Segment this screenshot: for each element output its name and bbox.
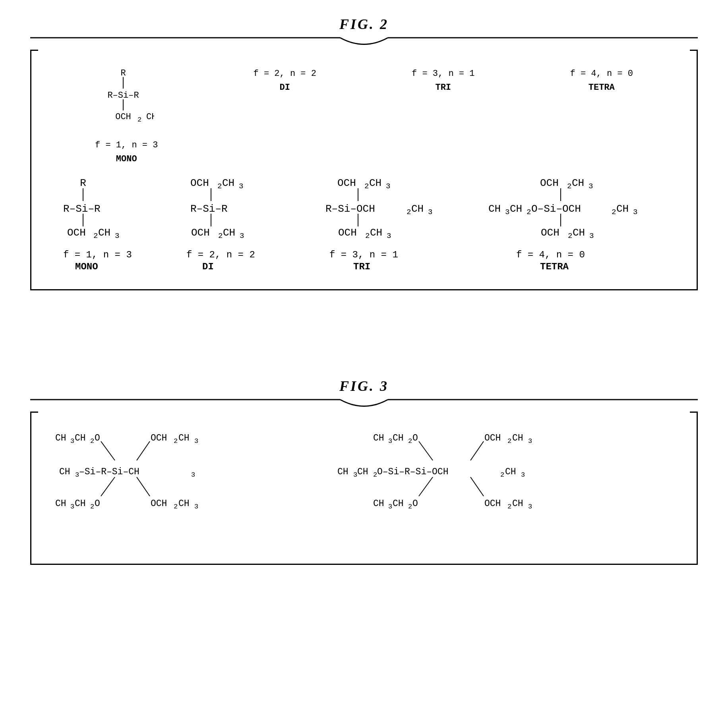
svg-text:CH: CH: [337, 467, 349, 477]
svg-text:3: 3: [240, 232, 244, 240]
fig2-bracket-box: R R–Si–R OCH 2 CH 3 f = 1, n = 3 MONO: [30, 51, 698, 290]
svg-text:f = 4, n = 0: f = 4, n = 0: [516, 249, 585, 260]
svg-text:OCH: OCH: [115, 112, 131, 122]
svg-text:2: 2: [408, 437, 412, 445]
svg-text:CH: CH: [411, 203, 424, 215]
svg-text:2: 2: [500, 471, 504, 479]
svg-text:2: 2: [90, 437, 94, 445]
svg-text:CH: CH: [512, 499, 523, 509]
svg-text:CH: CH: [55, 499, 66, 509]
svg-line-81: [137, 441, 150, 460]
svg-text:3: 3: [194, 503, 198, 510]
svg-line-107: [470, 441, 484, 460]
svg-text:3: 3: [70, 437, 74, 445]
fig3-title: FIG. 3: [339, 378, 389, 394]
svg-text:3: 3: [589, 182, 593, 191]
svg-text:CH: CH: [55, 433, 66, 443]
svg-line-86: [101, 477, 115, 496]
mono-label: f = 1, n = 3 MONO: [95, 138, 158, 166]
svg-text:CH: CH: [75, 499, 86, 509]
svg-text:2: 2: [568, 232, 572, 240]
svg-text:CH: CH: [223, 227, 235, 239]
svg-text:3: 3: [528, 503, 532, 510]
svg-text:OCH: OCH: [484, 499, 501, 509]
svg-text:2: 2: [174, 437, 178, 445]
svg-text:OCH: OCH: [67, 227, 86, 239]
svg-text:f = 2, n = 2: f = 2, n = 2: [186, 249, 255, 260]
svg-text:OCH: OCH: [151, 499, 167, 509]
svg-text:CH: CH: [393, 499, 404, 509]
svg-text:R–Si–R: R–Si–R: [190, 203, 228, 215]
tetra-label: f = 4, n = 0 TETRA: [570, 67, 633, 95]
svg-text:MONO: MONO: [75, 261, 98, 272]
svg-text:2: 2: [408, 503, 412, 510]
fig2-section: FIG. 2 R R–: [24, 16, 704, 290]
fig2-arch: [30, 37, 698, 51]
svg-text:CH: CH: [572, 177, 584, 189]
svg-line-116: [419, 477, 433, 496]
svg-text:OCH: OCH: [151, 433, 167, 443]
svg-text:2: 2: [174, 503, 178, 510]
svg-text:3: 3: [70, 503, 74, 510]
svg-text:OCH: OCH: [191, 227, 210, 239]
svg-text:CH: CH: [616, 203, 629, 215]
svg-text:O: O: [95, 499, 100, 509]
svg-text:O–Si–OCH: O–Si–OCH: [531, 203, 581, 215]
svg-text:CH: CH: [369, 177, 381, 189]
svg-text:R–Si–R: R–Si–R: [63, 203, 101, 215]
svg-text:3: 3: [428, 208, 432, 216]
svg-text:3: 3: [115, 232, 119, 240]
fig2-full-svg: R R–Si–R OCH 2 CH 3 f = 1, n = 3 MONO OC…: [39, 170, 691, 281]
svg-text:CH: CH: [370, 227, 382, 239]
svg-text:TRI: TRI: [353, 261, 370, 272]
svg-text:CH: CH: [505, 467, 516, 477]
svg-text:O: O: [412, 499, 418, 509]
svg-text:R: R: [121, 68, 126, 78]
svg-text:CH: CH: [59, 467, 70, 477]
di-structure: f = 2, n = 2 DI: [209, 67, 360, 95]
svg-text:CH: CH: [510, 203, 522, 215]
svg-text:2: 2: [364, 182, 369, 191]
svg-text:2: 2: [93, 232, 98, 240]
svg-text:OCH: OCH: [541, 227, 560, 239]
svg-text:R–Si–R: R–Si–R: [108, 91, 139, 100]
fig2-structures-row: R R–Si–R OCH 2 CH 3 f = 1, n = 3 MONO: [39, 59, 689, 170]
svg-text:2: 2: [507, 437, 511, 445]
svg-text:OCH: OCH: [484, 433, 501, 443]
di-label: f = 2, n = 2 DI: [254, 67, 316, 95]
svg-text:2: 2: [137, 116, 141, 124]
svg-text:3: 3: [194, 437, 198, 445]
svg-text:2: 2: [407, 208, 411, 216]
svg-text:–Si–R–Si–CH: –Si–R–Si–CH: [79, 467, 139, 477]
svg-text:3: 3: [388, 437, 392, 445]
fig3-arch: [30, 398, 698, 413]
svg-text:3: 3: [388, 503, 392, 510]
svg-line-106: [419, 441, 433, 460]
fig3-section: FIG. 3 CH 3 CH 2 O OCH 2 CH 3: [24, 378, 704, 565]
svg-text:3: 3: [633, 208, 637, 216]
mono-structure: R R–Si–R OCH 2 CH 3 f = 1, n = 3 MONO: [51, 67, 202, 166]
svg-text:f = 3, n = 1: f = 3, n = 1: [329, 249, 398, 260]
svg-text:CH: CH: [512, 433, 523, 443]
svg-text:CH: CH: [393, 433, 404, 443]
svg-text:3: 3: [589, 232, 594, 240]
tetra-structure: f = 4, n = 0 TETRA: [526, 67, 677, 95]
svg-text:O: O: [95, 433, 100, 443]
svg-text:2: 2: [567, 182, 571, 191]
svg-text:TETRA: TETRA: [540, 261, 569, 272]
svg-text:CH: CH: [146, 112, 154, 122]
svg-text:3: 3: [353, 471, 357, 479]
svg-line-80: [101, 441, 115, 460]
svg-text:DI: DI: [202, 261, 214, 272]
mono-svg: R R–Si–R OCH 2 CH 3: [99, 67, 154, 138]
svg-text:2: 2: [217, 182, 222, 191]
svg-text:3: 3: [387, 232, 391, 240]
svg-text:R: R: [80, 177, 86, 189]
fig3-svg: CH 3 CH 2 O OCH 2 CH 3 CH 3 –Si–R–Si–CH …: [39, 421, 691, 548]
svg-text:2: 2: [527, 208, 531, 216]
svg-text:CH: CH: [75, 433, 86, 443]
svg-text:CH: CH: [178, 433, 190, 443]
svg-text:2: 2: [612, 208, 616, 216]
svg-text:3: 3: [505, 208, 509, 216]
svg-text:OCH: OCH: [540, 177, 559, 189]
